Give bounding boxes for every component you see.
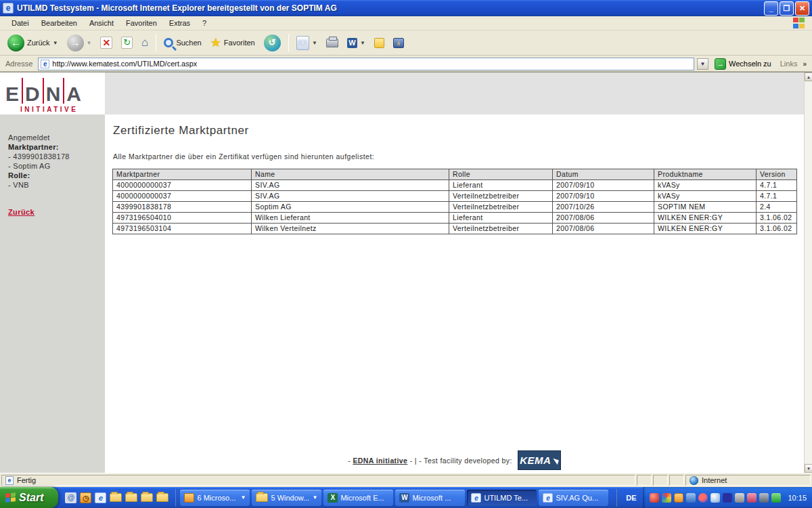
discuss-button[interactable] [371,36,388,50]
print-button[interactable] [323,37,342,49]
cell: 4.7.1 [757,191,797,202]
menu-favoriten[interactable]: Favoriten [120,17,163,29]
close-button[interactable]: ✕ [795,1,809,16]
scroll-up-arrow[interactable]: ▲ [805,72,812,81]
edna-subtitle: INITIATIVE [20,106,105,113]
taskbar-group-windows[interactable]: 5 Window... ▼ [252,490,321,506]
minimize-button[interactable]: _ [764,1,778,16]
links-label[interactable]: Links [777,60,800,68]
status-text: Fertig [17,476,36,484]
url-input[interactable] [52,60,692,68]
stop-button[interactable]: ✕ [97,35,116,51]
home-button[interactable]: ⌂ [138,35,152,50]
back-label: Zurück [27,39,50,47]
language-indicator[interactable]: DE [619,494,643,502]
edna-initiative-link[interactable]: EDNA initiative [353,457,407,465]
refresh-button[interactable]: ↻ [118,35,136,51]
taskbar-divider [616,489,618,507]
display-tray-icon[interactable] [759,493,769,503]
clock-tray-icon[interactable] [674,493,683,503]
col-version: Version [757,169,797,180]
mail-dropdown-icon[interactable]: ▼ [312,40,317,46]
favorites-button[interactable]: ★ Favoriten [207,33,258,52]
links-chevron-icon[interactable]: » [803,60,809,68]
clock-app-icon[interactable]: ◷ [80,492,91,503]
back-button[interactable]: ← Zurück ▼ [4,33,62,54]
folder-icon[interactable] [141,493,153,502]
task-button-label: UTILMD Te... [484,494,533,502]
ie-quicklaunch-icon[interactable]: e [95,492,106,503]
internet-globe-icon [690,476,698,485]
grouped-window-icon [184,493,194,503]
scroll-down-arrow[interactable]: ▼ [805,464,812,473]
menu-bearbeiten[interactable]: Bearbeiten [35,17,83,29]
col-marktpartner: Marktpartner [113,169,252,180]
taskbar-clock[interactable]: 10:15 [784,494,807,502]
chevron-down-icon[interactable]: ▼ [313,494,318,501]
address-field[interactable]: e [38,58,694,70]
window-titlebar[interactable]: e UTILMD Testsystem - Microsoft Internet… [0,0,812,16]
edit-button[interactable]: W ▼ [344,36,369,50]
app-tray-icon[interactable] [723,493,732,503]
history-button[interactable]: ↺ [261,33,284,54]
taskbar-button-excel[interactable]: X Microsoft E... [323,490,393,506]
search-button[interactable]: Suchen [160,36,204,49]
go-button[interactable]: → Wechseln zu [711,57,775,71]
page-header-band [0,72,804,114]
cell: 4.7.1 [757,180,797,191]
restore-button[interactable]: ❐ [780,1,794,16]
screen: e UTILMD Testsystem - Microsoft Internet… [0,0,812,508]
usb-tray-icon[interactable] [735,493,744,503]
forward-dropdown-icon[interactable]: ▼ [87,40,92,46]
cell: 4000000000037 [113,191,252,202]
taskbar-button-utilmd[interactable]: e UTILMD Te... [467,490,537,506]
page-footer: - EDNA initiative - | - Test facility de… [105,450,804,470]
edna-letter: A [66,84,82,104]
edit-dropdown-icon[interactable]: ▼ [360,40,365,46]
edna-letter: D [25,84,41,104]
marktpartner-table: Marktpartner Name Rolle Datum Produktnam… [112,169,797,234]
agent-tray-icon[interactable] [771,493,781,503]
folder-icon[interactable] [125,493,137,502]
browser-viewport: E D N A INITIATIVE Angemeldet Marktpartn… [0,72,812,473]
window-title: UTILMD Testsystem - Microsoft Internet E… [17,3,763,13]
cell: SOPTIM NEM [654,202,757,213]
word-edit-icon: W [347,38,357,48]
forward-icon: → [67,35,84,51]
messenger-button[interactable]: ii [390,36,407,50]
rolle-value: - VNB [8,181,105,189]
outlook-quicklaunch-icon[interactable]: @ [65,492,76,503]
folder-icon[interactable] [110,493,122,502]
task-button-label: Microsoft E... [340,494,389,502]
status-pane-empty [653,475,668,486]
menu-datei[interactable]: Datei [5,17,35,29]
taskbar-group-microsoft[interactable]: 6 Microso... ▼ [180,490,250,506]
cell: Lieferant [449,180,553,191]
status-message-pane: e Fertig [1,475,635,486]
zone-text: Internet [702,476,727,484]
vertical-scrollbar[interactable]: ▲ ▼ [804,72,812,473]
forward-button[interactable]: → ▼ [64,33,95,54]
chevron-down-icon[interactable]: ▼ [241,494,246,501]
refresh-icon: ↻ [121,37,133,49]
back-dropdown-icon[interactable]: ▼ [53,40,58,46]
page-title: Zertifizierte Marktpartner [113,124,804,137]
taskbar-button-sivag[interactable]: e SIV.AG Qu... [539,490,608,506]
security-shield-tray-icon[interactable] [650,493,659,503]
address-dropdown-icon[interactable]: ▼ [697,58,708,70]
menu-ansicht[interactable]: Ansicht [83,17,120,29]
menu-help[interactable]: ? [196,17,212,29]
mail-button[interactable]: ✉ ▼ [293,34,321,52]
mouse-settings-tray-icon[interactable] [686,493,696,503]
menu-extras[interactable]: Extras [163,17,196,29]
start-button[interactable]: Start [0,487,58,508]
favorites-label: Favoriten [224,39,255,47]
zurueck-link[interactable]: Zurück [8,208,35,216]
updates-tray-icon[interactable] [662,493,671,503]
ball-tray-icon[interactable] [698,493,708,503]
audio-tray-icon[interactable] [747,493,757,503]
taskbar-button-word[interactable]: W Microsoft ... [395,490,465,506]
cell: Soptim AG [252,202,449,213]
network-tray-icon[interactable] [710,493,720,503]
folder-icon[interactable] [156,493,168,502]
